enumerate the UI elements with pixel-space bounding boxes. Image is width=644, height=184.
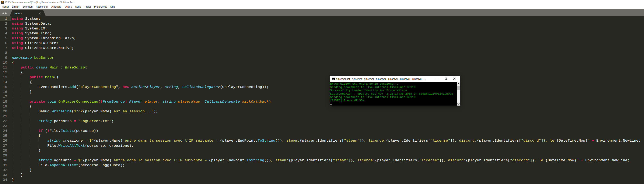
- svg-text:S: S: [2, 1, 3, 4]
